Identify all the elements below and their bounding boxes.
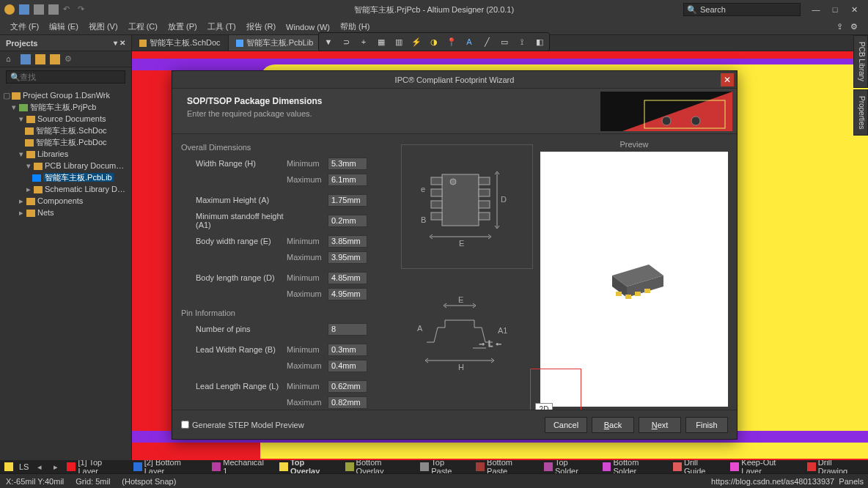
align-icon[interactable]: ▦	[376, 37, 386, 47]
input-leadw-min[interactable]: 0.3mm	[328, 344, 367, 356]
rect-icon[interactable]: ▭	[499, 37, 510, 47]
layer-chip[interactable]: Top Solder	[544, 460, 593, 473]
diagram-side: → L ← E A A1 H	[401, 291, 533, 386]
watermark: https://blog.csdn.net/as480133937	[711, 477, 834, 486]
menu-edit[interactable]: 编辑 (E)	[45, 20, 83, 34]
pin-icon[interactable]: ▾ ✕	[114, 39, 125, 47]
tree-libraries[interactable]: ▾Libraries	[3, 148, 128, 160]
save-icon[interactable]	[19, 4, 29, 15]
tree-pcbdoc[interactable]: 智能车主板.PcbDoc	[3, 136, 128, 148]
cancel-button[interactable]: Cancel	[545, 417, 587, 433]
undo-icon[interactable]: ↶	[63, 4, 73, 15]
layer-chip[interactable]: Drill Guide	[673, 460, 721, 473]
menu-file[interactable]: 文件 (F)	[6, 20, 43, 34]
vtab-properties[interactable]: Properties	[853, 89, 868, 136]
input-bodyw-max[interactable]: 3.95mm	[328, 251, 367, 264]
layer-chip[interactable]: Bottom Paste	[476, 460, 535, 473]
step-preview-checkbox[interactable]: Generate STEP Model Preview	[181, 421, 304, 429]
home-icon[interactable]: ⌂	[6, 54, 16, 64]
tree-project[interactable]: ▾智能车主板.PrjPcb	[3, 101, 128, 113]
print-icon[interactable]	[48, 4, 59, 15]
dim-icon[interactable]: ⟟	[517, 37, 527, 47]
label-leadl: Lead Length Range (L)	[181, 382, 284, 391]
menu-project[interactable]: 工程 (C)	[124, 20, 162, 34]
redo-icon[interactable]: ↷	[78, 4, 88, 15]
layer-chip[interactable]: Keep-Out Layer	[730, 460, 798, 473]
modal-header: SOP/TSOP Package Dimensions Enter the re…	[172, 89, 737, 134]
folder-icon[interactable]	[35, 54, 45, 64]
input-max-height[interactable]: 1.75mm	[328, 194, 367, 207]
finish-button[interactable]: Finish	[685, 417, 728, 433]
input-leadl-min[interactable]: 0.62mm	[328, 380, 367, 393]
layer-chip[interactable]: Bottom Overlay	[345, 460, 412, 473]
plus-icon[interactable]: +	[358, 37, 369, 47]
input-leadw-max[interactable]: 0.4mm	[328, 360, 367, 372]
layer-chip[interactable]: [2] Bottom Layer	[133, 460, 204, 473]
tree-components[interactable]: ▸Components	[3, 195, 128, 207]
menu-view[interactable]: 视图 (V)	[84, 20, 122, 34]
layer-chip[interactable]: Bottom Solder	[603, 460, 665, 473]
menu-tools[interactable]: 工具 (T)	[203, 20, 240, 34]
preview-red-highlight: 2D	[530, 369, 581, 410]
menu-window[interactable]: Window (W)	[282, 21, 334, 33]
tree-srcdocs[interactable]: ▾Source Documents	[3, 113, 128, 125]
input-bodyl-min[interactable]: 4.85mm	[328, 272, 367, 284]
back-button[interactable]: Back	[592, 417, 634, 433]
open-icon[interactable]	[34, 4, 44, 15]
line-icon[interactable]: ╱	[482, 37, 492, 47]
input-standoff[interactable]: 0.2mm	[328, 215, 367, 227]
step-preview-input[interactable]	[181, 421, 189, 429]
layer-chip[interactable]: Top Paste	[420, 460, 467, 473]
modal-close-button[interactable]: ✕	[721, 73, 734, 86]
projects-search-input[interactable]	[6, 70, 125, 84]
input-bodyw-min[interactable]: 3.85mm	[328, 235, 367, 248]
layer-next[interactable]: ▸	[51, 462, 61, 472]
pin-icon[interactable]: 📍	[446, 37, 457, 47]
compile-icon[interactable]	[21, 54, 31, 64]
label-body-width: Body width range (E)	[181, 237, 284, 245]
global-search[interactable]: 🔍 Search	[683, 3, 801, 16]
tree-pcblib-docs[interactable]: ▾PCB Library Documents	[3, 160, 128, 171]
tab-pcblib[interactable]: 智能车主板.PcbLib	[229, 35, 322, 51]
menu-place[interactable]: 放置 (P)	[163, 20, 202, 34]
grid-icon[interactable]: ▥	[394, 37, 404, 47]
snap-icon[interactable]: ◧	[534, 37, 545, 47]
layer-chip[interactable]: Drill Drawing	[807, 460, 864, 473]
input-numpins[interactable]: 8	[328, 323, 367, 336]
tree-nets[interactable]: ▸Nets	[3, 207, 128, 218]
maximize-button[interactable]: □	[830, 5, 840, 15]
input-width-max[interactable]: 6.1mm	[328, 174, 367, 186]
tree-schlib-docs[interactable]: ▸Schematic Library Docu	[3, 183, 128, 195]
settings-gear-icon[interactable]: ⚙	[850, 22, 858, 32]
diagram-top: D E e B	[401, 144, 533, 269]
layer-prev[interactable]: ◂	[34, 462, 45, 472]
layer-chip[interactable]: Mechanical 1	[212, 460, 271, 473]
tree-group[interactable]: ▢Project Group 1.DsnWrk	[3, 89, 128, 101]
menu-reports[interactable]: 报告 (R)	[242, 20, 280, 34]
filter-icon[interactable]: ▼	[323, 37, 334, 47]
tree-pcblib[interactable]: 智能车主板.PcbLib	[3, 171, 128, 183]
gear-small-icon[interactable]: ⚙	[65, 54, 75, 64]
next-button[interactable]: Next	[639, 417, 681, 433]
mask-icon[interactable]: ◑	[429, 37, 439, 47]
lasso-icon[interactable]: ⊃	[341, 37, 351, 47]
input-bodyl-max[interactable]: 4.95mm	[328, 288, 367, 300]
input-width-min[interactable]: 5.3mm	[328, 158, 367, 170]
bolt-icon[interactable]: ⚡	[411, 37, 422, 47]
refresh-icon[interactable]	[50, 54, 60, 64]
layer-chip[interactable]: Top Overlay	[279, 460, 336, 473]
preview-2d-button[interactable]: 2D	[535, 403, 553, 410]
ls-label[interactable]: LS	[19, 462, 29, 471]
vtab-pcblibrary[interactable]: PCB Library	[853, 35, 868, 88]
search-icon: 🔍	[687, 5, 697, 15]
label-standoff: Minimum standoff height (A1)	[181, 212, 284, 229]
layer-chip[interactable]: [1] Top Layer	[67, 460, 124, 473]
minimize-button[interactable]: —	[811, 5, 821, 15]
tab-schdoc[interactable]: 智能车主板.SchDoc	[132, 35, 229, 51]
text-icon[interactable]: A	[464, 37, 474, 47]
tree-schdoc[interactable]: 智能车主板.SchDoc	[3, 125, 128, 136]
input-leadl-max[interactable]: 0.82mm	[328, 396, 367, 409]
close-button[interactable]: ✕	[849, 5, 859, 15]
panels-button[interactable]: Panels	[839, 477, 864, 486]
share-icon[interactable]: ⇪	[836, 22, 843, 32]
